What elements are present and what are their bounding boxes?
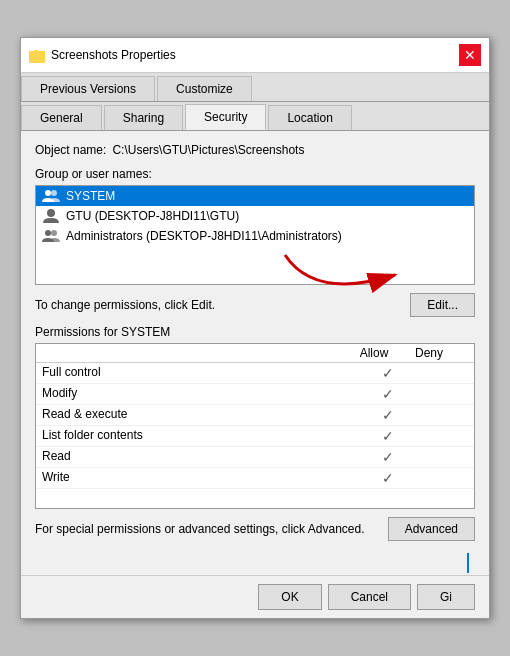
advanced-text: For special permissions or advanced sett… — [35, 522, 388, 536]
perm-name-modify: Modify — [42, 386, 358, 402]
perm-row-read: Read ✓ — [36, 447, 474, 468]
tab-general[interactable]: General — [21, 105, 102, 130]
users-list[interactable]: SYSTEM GTU (DESKTOP-J8HDI11\GTU) Adminis — [35, 185, 475, 285]
perm-deny-read — [418, 449, 468, 465]
perm-allow-write: ✓ — [358, 470, 418, 486]
user-item-gtu[interactable]: GTU (DESKTOP-J8HDI11\GTU) — [36, 206, 474, 226]
title-bar: Screenshots Properties ✕ — [21, 38, 489, 73]
perm-row-list-folder: List folder contents ✓ — [36, 426, 474, 447]
perm-allow-list-folder: ✓ — [358, 428, 418, 444]
object-name-value: C:\Users\GTU\Pictures\Screenshots — [112, 143, 304, 157]
perm-deny-read-execute — [418, 407, 468, 423]
permissions-header: Permissions for SYSTEM — [35, 325, 475, 339]
user-name-admins: Administrators (DESKTOP-J8HDI11\Administ… — [66, 229, 342, 243]
col-permission-name — [42, 346, 344, 360]
user-name-gtu: GTU (DESKTOP-J8HDI11\GTU) — [66, 209, 239, 223]
advanced-row: For special permissions or advanced sett… — [35, 517, 475, 541]
svg-point-2 — [51, 190, 57, 196]
tab-sharing[interactable]: Sharing — [104, 105, 183, 130]
permissions-column-headers: Allow Deny — [36, 344, 474, 363]
tab-previous-versions[interactable]: Previous Versions — [21, 76, 155, 101]
tab-security[interactable]: Security — [185, 104, 266, 130]
user-item-system[interactable]: SYSTEM — [36, 186, 474, 206]
svg-point-1 — [45, 190, 51, 196]
perm-row-modify: Modify ✓ — [36, 384, 474, 405]
blue-accent-line — [467, 553, 469, 573]
svg-point-3 — [47, 209, 55, 217]
ok-button[interactable]: OK — [258, 584, 321, 610]
permissions-scroll-area[interactable]: Full control ✓ Modify ✓ Read & execute ✓ — [36, 363, 474, 508]
cancel-button[interactable]: Cancel — [328, 584, 411, 610]
title-text: Screenshots Properties — [51, 48, 176, 62]
tab-location[interactable]: Location — [268, 105, 351, 130]
tab-customize[interactable]: Customize — [157, 76, 252, 101]
user-name-system: SYSTEM — [66, 189, 115, 203]
object-name-label: Object name: — [35, 143, 106, 157]
edit-row: To change permissions, click Edit. Edit.… — [35, 293, 475, 317]
col-deny: Deny — [404, 346, 454, 360]
group-label: Group or user names: — [35, 167, 475, 181]
folder-icon — [29, 47, 45, 63]
perm-row-read-execute: Read & execute ✓ — [36, 405, 474, 426]
object-name-row: Object name: C:\Users\GTU\Pictures\Scree… — [35, 143, 475, 157]
perm-name-write: Write — [42, 470, 358, 486]
perm-name-list-folder: List folder contents — [42, 428, 358, 444]
title-bar-left: Screenshots Properties — [29, 47, 176, 63]
dialog-footer: OK Cancel Gi — [21, 575, 489, 618]
perm-allow-modify: ✓ — [358, 386, 418, 402]
content-area: Object name: C:\Users\GTU\Pictures\Scree… — [21, 131, 489, 553]
perm-allow-read: ✓ — [358, 449, 418, 465]
perm-deny-full-control — [418, 365, 468, 381]
svg-point-5 — [51, 230, 57, 236]
advanced-button[interactable]: Advanced — [388, 517, 475, 541]
tab-row-2: General Sharing Security Location — [21, 102, 489, 131]
perm-deny-write — [418, 470, 468, 486]
permissions-table: Allow Deny Full control ✓ Modify ✓ — [35, 343, 475, 509]
dialog-window: Screenshots Properties ✕ Previous Versio… — [20, 37, 490, 619]
edit-area: To change permissions, click Edit. Edit.… — [35, 293, 475, 317]
apply-button[interactable]: Gi — [417, 584, 475, 610]
perm-name-read-execute: Read & execute — [42, 407, 358, 423]
edit-text: To change permissions, click Edit. — [35, 298, 215, 312]
col-allow: Allow — [344, 346, 404, 360]
perm-name-full-control: Full control — [42, 365, 358, 381]
perm-row-write: Write ✓ — [36, 468, 474, 489]
user-group-icon-admins — [42, 228, 60, 244]
perm-deny-list-folder — [418, 428, 468, 444]
perm-row-full-control: Full control ✓ — [36, 363, 474, 384]
user-item-admins[interactable]: Administrators (DESKTOP-J8HDI11\Administ… — [36, 226, 474, 246]
perm-allow-read-execute: ✓ — [358, 407, 418, 423]
tab-row-1: Previous Versions Customize — [21, 73, 489, 102]
user-group-icon-system — [42, 188, 60, 204]
edit-button[interactable]: Edit... — [410, 293, 475, 317]
user-icon-gtu — [42, 208, 60, 224]
svg-point-4 — [45, 230, 51, 236]
perm-deny-modify — [418, 386, 468, 402]
close-button[interactable]: ✕ — [459, 44, 481, 66]
perm-name-read: Read — [42, 449, 358, 465]
perm-allow-full-control: ✓ — [358, 365, 418, 381]
